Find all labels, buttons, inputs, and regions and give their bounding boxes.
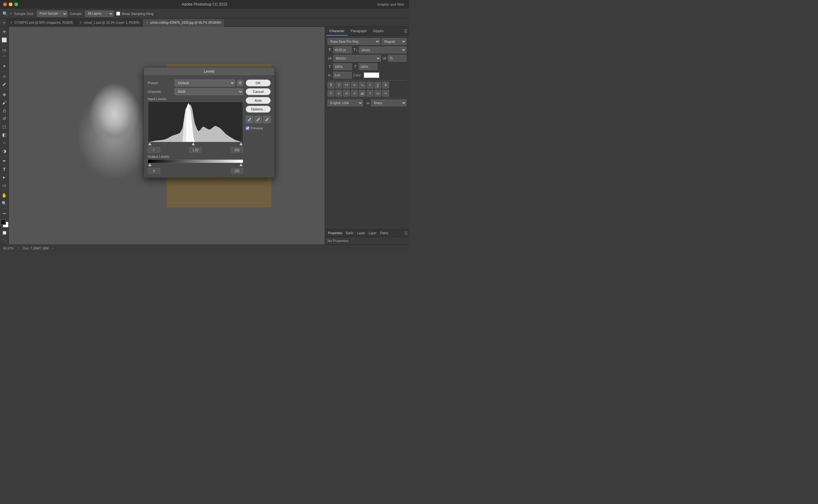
output-white-slider[interactable] — [240, 163, 243, 166]
super-type-btn[interactable]: To — [359, 82, 366, 89]
eraser-tool[interactable]: ◻ — [1, 123, 8, 130]
sampling-ring-toggle[interactable]: Show Sampling Ring — [116, 12, 153, 16]
path-select-tool[interactable]: ▸ — [1, 173, 8, 181]
gray-eyedropper[interactable]: 💉 — [255, 116, 262, 123]
tab-character[interactable]: Character — [326, 27, 348, 36]
kerning-select[interactable]: Metrics Optical — [333, 55, 381, 62]
panel-menu-icon[interactable]: ☰ — [404, 29, 408, 34]
input-white-value[interactable] — [231, 147, 243, 153]
ordinal-btn[interactable]: 1st — [374, 90, 381, 97]
window-controls[interactable] — [0, 2, 18, 6]
heal-tool[interactable]: ⊕ — [1, 91, 8, 98]
minimize-button[interactable] — [9, 2, 12, 6]
tab-layer-1[interactable]: Layer — [355, 230, 367, 237]
screen-mode-tool[interactable]: ⬛ — [1, 237, 8, 245]
foreground-color[interactable] — [0, 219, 6, 225]
underline-type-btn[interactable]: T — [374, 82, 381, 89]
maximize-button[interactable] — [14, 2, 18, 6]
history-brush-tool[interactable]: ↺ — [1, 115, 8, 123]
tab-close-0[interactable]: ✕ — [10, 21, 12, 24]
ok-button[interactable]: OK — [246, 80, 271, 86]
panel-expand-icon[interactable]: ≫ — [2, 21, 6, 24]
sample-select[interactable]: All Layers Current Layer — [85, 11, 114, 17]
leading-select[interactable]: (Auto) — [359, 46, 407, 53]
baseline-shift-input[interactable] — [333, 72, 352, 79]
lasso-tool[interactable]: ⌒ — [1, 54, 8, 62]
tab-properties[interactable]: Properties — [326, 230, 344, 237]
tab-close-1[interactable]: ✕ — [79, 21, 82, 24]
quick-mask-tool[interactable]: ⬜ — [1, 229, 8, 237]
tab-bibl[interactable]: Библ — [344, 230, 355, 237]
tab-close-2[interactable]: ✕ — [146, 21, 148, 24]
ligature-btn[interactable]: fi — [328, 90, 334, 97]
aa-select[interactable]: Sharp Crisp Strong Smooth — [371, 99, 407, 106]
gradient-tool[interactable]: ◧ — [1, 131, 8, 138]
cancel-button[interactable]: Cancel — [246, 88, 271, 95]
options-button[interactable]: Options... — [246, 106, 271, 113]
brush-tool[interactable]: 🖌 — [1, 99, 8, 106]
blur-tool[interactable]: ○ — [1, 139, 8, 147]
tab-paths[interactable]: Paths — [378, 230, 390, 237]
type-tool[interactable]: T — [1, 165, 8, 173]
dots-tool[interactable]: ••• — [1, 210, 8, 217]
zoom-tool[interactable]: 🔍 — [1, 200, 8, 207]
tab-0[interactable]: ✕ O7DBF91.psd @ 50% (magazine, RGB/8) — [7, 19, 76, 27]
white-eyedropper[interactable]: 💉 — [263, 116, 271, 123]
color-swatches[interactable] — [0, 219, 8, 227]
allcaps-type-btn[interactable]: TT — [343, 82, 350, 89]
tab-glyphs[interactable]: Glyphs — [370, 27, 387, 36]
export-icon[interactable]: ⤴ — [17, 246, 19, 251]
pen-tool[interactable]: ✒ — [1, 157, 8, 165]
shape-tool[interactable]: ▭ — [1, 182, 8, 189]
tab-paragraph[interactable]: Paragraph — [348, 27, 370, 36]
sample-size-select[interactable]: Point Sample 3 by 3 Average 5 by 5 Avera… — [37, 11, 67, 17]
hand-tool[interactable]: ✋ — [1, 191, 8, 199]
sub-type-btn[interactable]: T — [367, 82, 373, 89]
language-select[interactable]: English: USA — [328, 99, 363, 106]
eyedropper-tool[interactable]: 💉 — [1, 81, 8, 88]
smallcaps-type-btn[interactable]: Tr — [351, 82, 358, 89]
tab-layer-2[interactable]: Layer — [367, 230, 378, 237]
output-black-slider[interactable] — [148, 163, 151, 166]
italic-type-btn[interactable]: T — [335, 82, 342, 89]
titling-btn[interactable]: T — [367, 90, 373, 97]
move-tool[interactable]: ✛ — [1, 28, 8, 36]
marquee-tool[interactable]: ▭ — [1, 46, 8, 54]
scale-h-input[interactable] — [333, 63, 352, 70]
swash-btn[interactable]: A — [351, 90, 358, 97]
dodge-tool[interactable]: ◑ — [1, 147, 8, 155]
channel-select[interactable]: RGB Red Green Blue — [174, 88, 243, 95]
scale-v-input[interactable] — [359, 63, 377, 70]
bold-type-btn[interactable]: T — [328, 82, 334, 89]
black-eyedropper[interactable]: 💉 — [246, 116, 253, 123]
white-point-slider[interactable] — [240, 142, 243, 145]
artboard-tool[interactable]: ⬜ — [1, 36, 8, 44]
input-black-value[interactable] — [148, 147, 160, 153]
auto-button[interactable]: Auto — [246, 97, 271, 104]
output-white-value[interactable] — [231, 168, 243, 174]
text-color-swatch[interactable] — [364, 72, 379, 78]
preset-select[interactable]: Default — [174, 80, 235, 86]
midtone-slider[interactable] — [192, 142, 195, 145]
black-point-slider[interactable] — [148, 142, 151, 145]
oldstyle-btn[interactable]: ø — [335, 90, 342, 97]
levels-gear-btn[interactable]: ⚙ — [237, 80, 243, 86]
input-mid-value[interactable] — [189, 147, 202, 153]
tab-1[interactable]: ✕ vizual_1.psd @ 33,3% (Layer 1, RGB/8) — [76, 19, 143, 27]
magic-wand-tool[interactable]: ✴ — [1, 62, 8, 70]
clone-tool[interactable]: ⎙ — [1, 107, 8, 114]
fraction-btn[interactable]: ½ — [382, 90, 389, 97]
discretionary-btn[interactable]: ad — [359, 90, 366, 97]
crop-tool[interactable]: ⊹ — [1, 73, 8, 80]
sampling-ring-checkbox[interactable] — [116, 12, 120, 16]
tracking-input[interactable] — [388, 55, 407, 62]
properties-menu-icon[interactable]: ☰ — [404, 231, 408, 235]
preview-checkbox[interactable] — [246, 126, 250, 130]
stylistic-btn[interactable]: st — [343, 90, 350, 97]
font-size-input[interactable] — [333, 46, 352, 53]
strikethrough-type-btn[interactable]: T — [382, 82, 389, 89]
font-style-select[interactable]: Regular — [382, 38, 407, 45]
tab-2[interactable]: ✕ photo-editing-429676_1920.jpg @ 66,7% … — [143, 19, 225, 27]
output-black-value[interactable] — [148, 168, 160, 174]
font-family-select[interactable]: Ropa Sans Pro Reg... — [328, 38, 380, 45]
